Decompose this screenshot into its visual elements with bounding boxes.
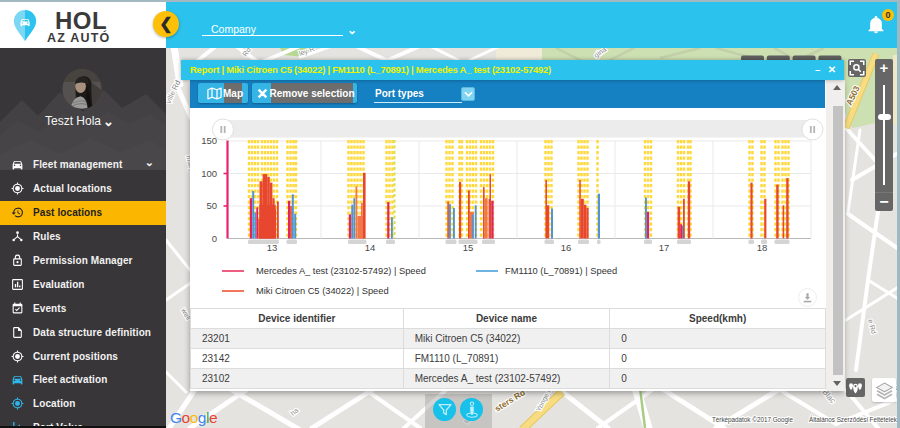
svg-text:Térképadatok ©2017 Google: Térképadatok ©2017 Google [712, 416, 793, 424]
svg-text:Általános Szerződési Feltétele: Általános Szerződési Feltételek [809, 415, 898, 423]
svg-text:Google: Google [170, 409, 217, 426]
